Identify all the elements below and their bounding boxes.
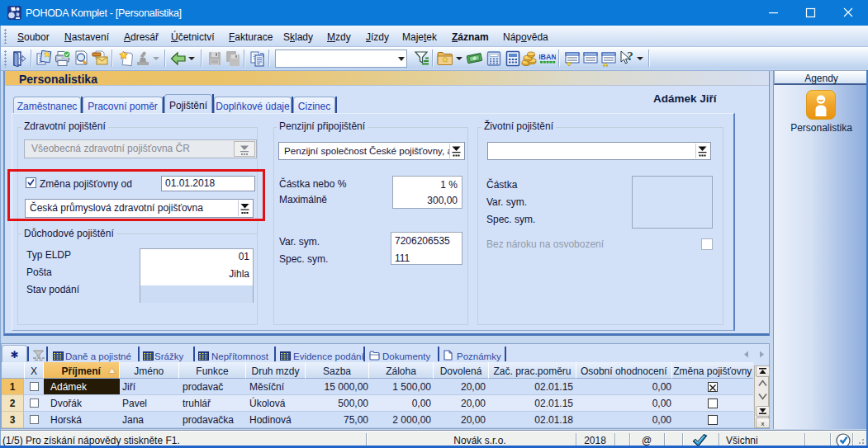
svg-text:IBAN: IBAN xyxy=(539,53,556,61)
svg-text:?: ? xyxy=(627,50,633,63)
